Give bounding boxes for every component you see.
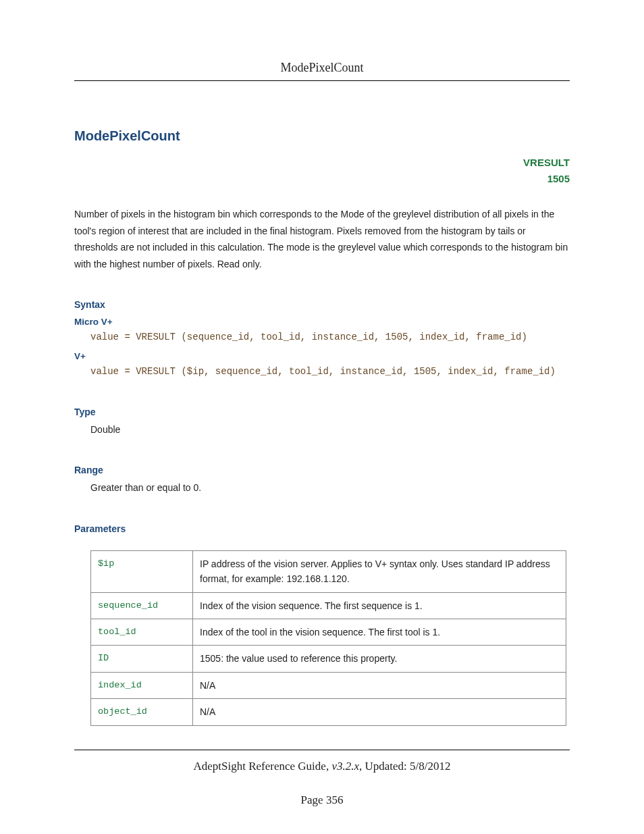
param-desc: N/A [193, 672, 566, 698]
param-name: ID [91, 646, 193, 672]
parameters-heading: Parameters [74, 523, 570, 534]
running-head: ModePixelCount [74, 61, 570, 81]
parameters-table: $ip IP address of the vision server. App… [90, 550, 566, 726]
table-row: sequence_id Index of the vision sequence… [91, 592, 566, 619]
description-text: Number of pixels in the histogram bin wh… [74, 206, 570, 272]
type-heading: Type [74, 407, 570, 417]
page-number: Page 356 [74, 793, 570, 807]
param-desc: N/A [193, 699, 566, 725]
footer-updated-date: 5/8/2012 [410, 760, 450, 773]
footer-guide: AdeptSight Reference Guide [193, 760, 325, 773]
page-label: Page [301, 793, 323, 806]
page-footer: AdeptSight Reference Guide, v3.2.x, Upda… [74, 750, 570, 807]
param-name: tool_id [91, 619, 193, 645]
table-row: object_id N/A [91, 699, 566, 725]
type-value: Double [90, 421, 570, 438]
footer-updated-label: Updated: [365, 760, 406, 773]
result-tag: VRESULT 1505 [74, 155, 570, 187]
vplus-label: V+ [74, 351, 570, 361]
table-row: index_id N/A [91, 672, 566, 698]
param-name: sequence_id [91, 592, 193, 619]
vplus-code: value = VRESULT ($ip, sequence_id, tool_… [90, 364, 570, 379]
result-tag-code: 1505 [74, 171, 570, 187]
range-heading: Range [74, 465, 570, 475]
param-desc: 1505: the value used to reference this p… [193, 646, 566, 672]
param-desc: IP address of the vision server. Applies… [193, 550, 566, 592]
table-row: $ip IP address of the vision server. App… [91, 550, 566, 592]
footer-version: v3.2.x [331, 760, 359, 773]
param-name: object_id [91, 699, 193, 725]
page-title: ModePixelCount [74, 128, 570, 144]
range-value: Greater than or equal to 0. [90, 479, 570, 496]
title-row: ModePixelCount [74, 128, 570, 144]
param-desc: Index of the tool in the vision sequence… [193, 619, 566, 645]
result-tag-label: VRESULT [74, 155, 570, 171]
syntax-heading: Syntax [74, 299, 570, 310]
document-page: ModePixelCount ModePixelCount VRESULT 15… [0, 0, 644, 834]
param-desc: Index of the vision sequence. The first … [193, 592, 566, 619]
page-number-value: 356 [326, 793, 344, 806]
micro-vplus-code: value = VRESULT (sequence_id, tool_id, i… [90, 330, 570, 344]
param-name: index_id [91, 672, 193, 698]
table-row: tool_id Index of the tool in the vision … [91, 619, 566, 645]
micro-vplus-label: Micro V+ [74, 317, 570, 327]
table-row: ID 1505: the value used to reference thi… [91, 646, 566, 672]
param-name: $ip [91, 550, 193, 592]
